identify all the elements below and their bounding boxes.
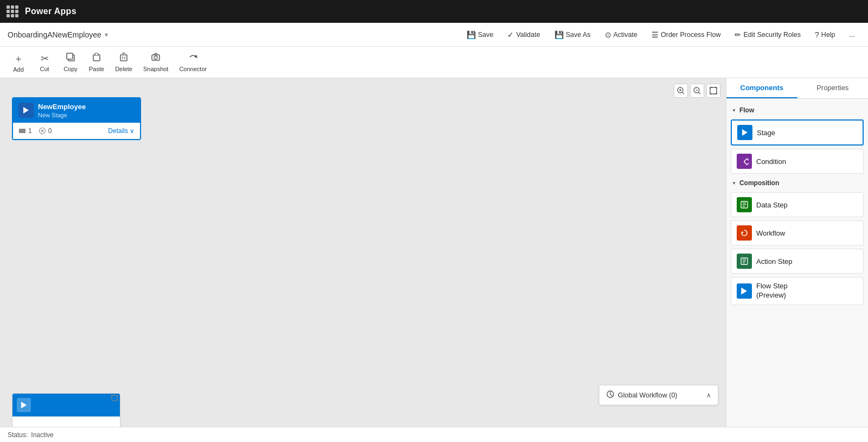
status-label: Status:: [8, 431, 28, 439]
mini-card-header: [12, 394, 120, 416]
right-panel: Components Properties ▼ Flow Stage: [726, 78, 868, 427]
tab-properties[interactable]: Properties: [797, 78, 869, 98]
mini-stage-icon: [17, 398, 31, 412]
mini-card-expand-icon[interactable]: [111, 395, 118, 402]
cut-icon: ✂: [41, 53, 49, 65]
svg-rect-19: [19, 129, 21, 133]
connector-tool[interactable]: Connector: [175, 50, 211, 74]
section-composition-label: Composition: [739, 179, 779, 187]
save-as-button[interactable]: 💾 Save As: [549, 28, 596, 41]
panel-tabs: Components Properties: [726, 78, 868, 99]
save-as-label: Save As: [566, 31, 591, 39]
security-icon: ✏: [735, 30, 741, 39]
data-step-label: Data Step: [756, 201, 788, 209]
canvas[interactable]: NewEmployee New Stage 1 0 Details: [0, 78, 726, 427]
details-button[interactable]: Details ∨: [108, 127, 135, 135]
svg-rect-2: [93, 55, 100, 61]
global-workflow-chevron[interactable]: ∧: [706, 392, 711, 399]
data-step-icon: [737, 197, 752, 212]
svg-rect-21: [23, 129, 25, 133]
condition-comp-label: Condition: [756, 157, 786, 166]
workflow-icon: [737, 225, 752, 241]
mini-stage-card[interactable]: [12, 393, 120, 427]
app-title: Power Apps: [25, 7, 76, 16]
order-icon: ☰: [652, 30, 659, 39]
global-workflow-icon: [606, 390, 615, 400]
add-tool[interactable]: ＋ Add: [7, 50, 30, 75]
condition-comp-icon: [737, 154, 752, 169]
zoom-in-button[interactable]: [674, 84, 688, 98]
svg-marker-18: [23, 107, 29, 113]
svg-marker-32: [742, 231, 744, 233]
edit-security-roles-button[interactable]: ✏ Edit Security Roles: [729, 28, 806, 41]
delete-label: Delete: [115, 66, 132, 72]
flow-triangle-icon: ▼: [732, 108, 736, 113]
composition-triangle-icon: ▼: [732, 181, 736, 186]
panel-content: ▼ Flow Stage Condition ▼ Composition: [726, 99, 868, 311]
breadcrumb: OnboardingANewEmployee: [8, 30, 101, 39]
component-workflow[interactable]: Workflow: [731, 220, 864, 245]
snapshot-icon: [151, 52, 161, 65]
activate-button[interactable]: ⊙ Activate: [599, 28, 643, 41]
help-label: Help: [821, 31, 835, 39]
help-button[interactable]: ? Help: [809, 28, 841, 41]
cut-label: Cut: [40, 66, 49, 72]
global-workflow-left: Global Workflow (0): [606, 390, 678, 400]
connector-icon: [188, 52, 198, 65]
global-workflow-bar[interactable]: Global Workflow (0) ∧: [599, 385, 718, 405]
section-flow-header: ▼ Flow: [731, 104, 864, 116]
svg-line-16: [699, 92, 700, 94]
fit-screen-button[interactable]: [706, 84, 720, 98]
component-flow-step[interactable]: Flow Step (Preview): [731, 277, 864, 305]
svg-marker-37: [742, 288, 747, 294]
global-workflow-label: Global Workflow (0): [618, 392, 678, 399]
action-step-label: Action Step: [756, 257, 793, 266]
stage-card-body: 1 0 Details ∨: [13, 123, 140, 139]
snapshot-tool[interactable]: Snapshot: [139, 50, 173, 74]
svg-rect-27: [744, 159, 749, 165]
steps-stat: 1: [18, 127, 32, 135]
add-icon: ＋: [14, 52, 23, 65]
paste-tool[interactable]: Paste: [85, 50, 108, 74]
exit-stat: 0: [39, 127, 52, 135]
exit-count: 0: [48, 127, 52, 135]
canvas-controls: [674, 84, 720, 98]
component-action-step[interactable]: Action Step: [731, 249, 864, 274]
delete-tool[interactable]: Delete: [111, 50, 137, 74]
topbar: Power Apps: [0, 0, 868, 23]
apps-icon[interactable]: [7, 5, 18, 17]
add-label: Add: [13, 66, 24, 73]
component-stage[interactable]: Stage: [731, 119, 864, 146]
order-process-flow-button[interactable]: ☰ Order Process Flow: [646, 28, 726, 41]
copy-tool[interactable]: Copy: [59, 50, 82, 74]
svg-line-13: [682, 92, 684, 94]
status-value: Inactive: [31, 431, 53, 439]
paste-label: Paste: [89, 66, 104, 72]
security-label: Edit Security Roles: [743, 31, 801, 39]
details-chevron: ∨: [130, 127, 135, 135]
stage-comp-label: Stage: [757, 129, 775, 137]
activate-icon: ⊙: [605, 30, 611, 39]
save-as-icon: 💾: [554, 30, 564, 39]
mini-card-body: [12, 416, 120, 427]
stage-card-header: NewEmployee New Stage: [13, 98, 140, 123]
stage-card-text: NewEmployee New Stage: [38, 103, 86, 118]
component-condition[interactable]: Condition: [731, 149, 864, 174]
zoom-out-button[interactable]: [690, 84, 704, 98]
paste-icon: [92, 52, 101, 65]
more-button[interactable]: ...: [844, 29, 860, 41]
stage-card[interactable]: NewEmployee New Stage 1 0 Details: [12, 97, 141, 140]
save-button[interactable]: 💾 Save: [461, 28, 499, 41]
breadcrumb-chevron[interactable]: ▾: [105, 31, 108, 39]
cut-tool[interactable]: ✂ Cut: [33, 50, 56, 74]
connector-label: Connector: [179, 66, 207, 72]
svg-rect-1: [67, 53, 73, 59]
appbar-actions: 💾 Save ✓ Validate 💾 Save As ⊙ Activate ☰…: [461, 28, 860, 41]
flow-step-icon: [737, 283, 752, 299]
tab-components[interactable]: Components: [726, 78, 797, 98]
validate-button[interactable]: ✓ Validate: [502, 28, 545, 41]
save-label: Save: [478, 31, 494, 39]
component-data-step[interactable]: Data Step: [731, 192, 864, 217]
stage-stats: 1 0: [18, 127, 52, 135]
stage-icon: [18, 103, 34, 118]
